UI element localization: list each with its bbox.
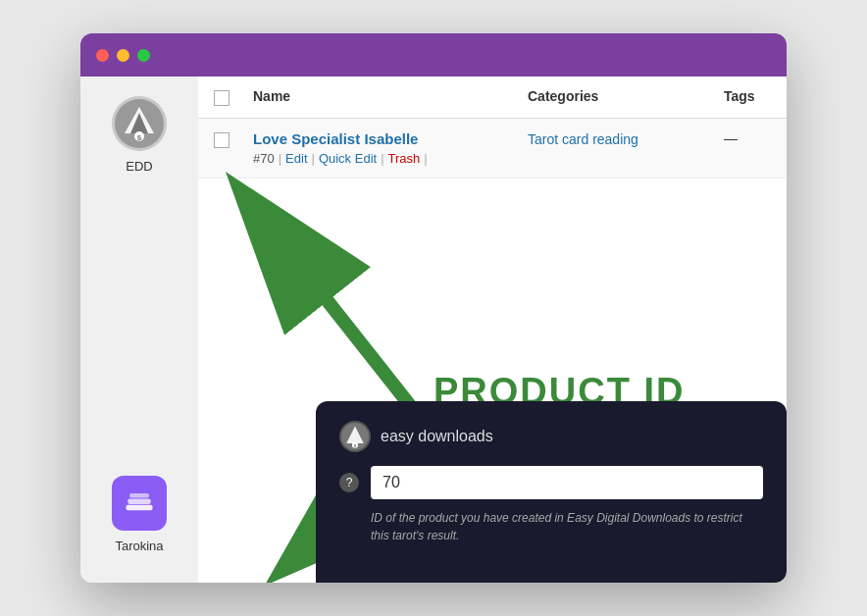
maximize-button[interactable] — [137, 49, 150, 62]
svg-rect-6 — [128, 499, 150, 504]
separator-1: | — [279, 151, 281, 166]
sidebar-item-tarokina[interactable]: Tarokina — [112, 476, 167, 553]
panel-title: easy downloads — [381, 428, 493, 445]
product-name-link[interactable]: Love Specialist Isabelle — [253, 130, 528, 147]
close-button[interactable] — [96, 49, 109, 62]
edd-icon: $ — [112, 96, 167, 151]
content-area: $ EDD Tarokina — [80, 77, 787, 583]
row-tags-cell: — — [724, 130, 787, 146]
table-row: Love Specialist Isabelle #70 | Edit | Qu… — [198, 119, 787, 179]
help-icon: ? — [339, 473, 359, 492]
separator-2: | — [312, 151, 315, 166]
separator-3: | — [381, 151, 383, 166]
row-category-cell: Tarot card reading — [528, 130, 724, 148]
main-window: $ EDD Tarokina — [80, 33, 787, 583]
product-id-text: #70 — [253, 151, 275, 166]
bottom-panel: $ easy downloads ? ID of the product you… — [316, 401, 787, 583]
svg-rect-7 — [129, 493, 149, 498]
edd-logo-icon: $ — [115, 99, 164, 148]
sidebar-item-edd[interactable]: $ EDD — [112, 96, 167, 174]
sidebar: $ EDD Tarokina — [80, 77, 198, 583]
tags-column-header: Tags — [724, 88, 787, 106]
separator-4: | — [424, 151, 427, 166]
quick-edit-link[interactable]: Quick Edit — [319, 151, 377, 166]
tarokina-icon — [112, 476, 167, 531]
panel-header: $ easy downloads — [339, 421, 763, 452]
panel-description: ID of the product you have created in Ea… — [371, 509, 763, 544]
row-checkbox[interactable] — [214, 132, 230, 148]
titlebar — [80, 33, 787, 77]
row-actions: #70 | Edit | Quick Edit | Trash | — [253, 151, 528, 166]
minimize-button[interactable] — [117, 49, 129, 62]
trash-link[interactable]: Trash — [388, 151, 421, 166]
categories-column-header: Categories — [528, 88, 724, 106]
svg-rect-5 — [127, 505, 153, 510]
table-header: Name Categories Tags — [198, 77, 787, 119]
name-column-header: Name — [253, 88, 528, 106]
edit-link[interactable]: Edit — [285, 151, 307, 166]
product-id-input[interactable] — [371, 466, 763, 499]
main-content: Name Categories Tags Love Specialist Isa… — [198, 77, 787, 583]
tarokina-label: Tarokina — [115, 539, 163, 553]
edd-panel-icon: $ — [341, 423, 369, 450]
tarokina-logo-icon — [122, 486, 157, 521]
panel-logo-icon: $ — [339, 421, 371, 452]
edd-label: EDD — [126, 159, 152, 174]
checkbox-header-cell — [214, 88, 253, 106]
row-name-col: Love Specialist Isabelle #70 | Edit | Qu… — [253, 130, 528, 166]
select-all-checkbox[interactable] — [214, 90, 230, 106]
input-row: ? — [339, 466, 763, 499]
svg-text:$: $ — [137, 133, 142, 142]
category-link[interactable]: Tarot card reading — [528, 131, 638, 147]
row-checkbox-cell — [214, 130, 253, 148]
